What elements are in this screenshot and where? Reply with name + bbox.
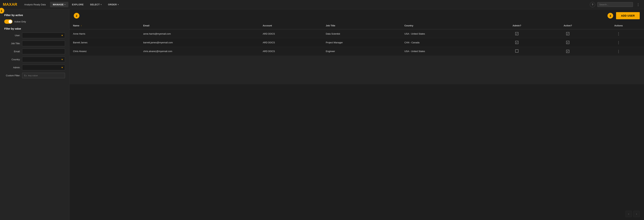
app-title: Analysis Ready Data [24, 3, 46, 6]
active-only-toggle[interactable] [4, 20, 12, 24]
cell-email: chris.alvarez@myemail.com [140, 47, 259, 56]
country-filter-select-wrapper: ▼ [22, 57, 65, 62]
custom-filter-input[interactable] [22, 73, 65, 78]
add-user-button[interactable]: ADD USER [616, 12, 640, 19]
filter-value-title: Filter by value [4, 27, 65, 30]
header-right: ? ⋮ [590, 2, 641, 7]
col-header-name[interactable]: Name ↑ [70, 22, 140, 29]
select-chevron-icon: ▾ [100, 4, 102, 6]
empty-area [70, 56, 644, 84]
logo: MAXAR Analysis Ready Data [3, 2, 46, 8]
col-header-active[interactable]: Active? [542, 22, 593, 29]
sidebar: 1 Filter by active Active Only Filter by… [0, 9, 70, 220]
jobtitle-filter-row: Job Title: [4, 41, 65, 46]
cell-job-title: Project Manager [322, 38, 401, 47]
email-filter-input[interactable] [22, 49, 65, 54]
custom-filter-label: Custom Filter: [4, 74, 20, 77]
main-nav: MANAGE ▾ EXPLORE SELECT ▾ ORDER ▾ [50, 2, 590, 7]
svg-text:MAXAR: MAXAR [3, 2, 17, 7]
col-header-admin[interactable]: Admin? [491, 22, 542, 29]
add-user-label: ADD USER [621, 14, 635, 17]
cell-active [542, 47, 593, 56]
next-page-button[interactable]: › [633, 211, 640, 217]
cell-name: Barrett James [70, 38, 140, 47]
prev-icon: ‹ [628, 212, 629, 215]
cell-name: Chris Alvarez [70, 47, 140, 56]
row-actions-button[interactable]: ⋮ [615, 41, 622, 44]
admin-filter-row: Admin: ▼ [4, 65, 65, 70]
table-row: Barrett James barrett.james@myemail.com … [70, 38, 644, 47]
cell-account: ARD DOCS [259, 29, 322, 38]
nav-manage-label: MANAGE [53, 3, 64, 6]
cell-actions: ⋮ [593, 47, 644, 56]
nav-item-manage[interactable]: MANAGE ▾ [50, 2, 68, 7]
active-checkbox[interactable] [566, 41, 570, 44]
nav-explore-label: EXPLORE [72, 3, 84, 6]
help-button[interactable]: ? [590, 2, 595, 7]
nav-item-select[interactable]: SELECT ▾ [87, 2, 104, 7]
cell-actions: ⋮ [593, 38, 644, 47]
jobtitle-filter-input[interactable] [22, 41, 65, 46]
country-filter-label: Country: [4, 58, 20, 61]
table-body: Anne Harris anne.harris@myemail.com ARD … [70, 29, 644, 56]
col-header-actions: Actions [593, 22, 644, 29]
cell-admin [491, 47, 542, 56]
cell-actions: ⋮ [593, 29, 644, 38]
name-sort-icon: ↑ [81, 24, 82, 27]
admin-checkbox[interactable] [515, 32, 518, 35]
filter-active-title: Filter by active [4, 14, 65, 17]
row-actions-button[interactable]: ⋮ [615, 50, 622, 53]
country-filter-row: Country: ▼ [4, 57, 65, 62]
user-filter-select-wrapper: ▼ [22, 33, 65, 38]
logo-text: MAXAR [3, 2, 22, 8]
prev-page-button[interactable]: ‹ [626, 211, 632, 217]
cell-job-title: Engineer [322, 47, 401, 56]
admin-checkbox[interactable] [515, 49, 518, 53]
admin-checkbox[interactable] [515, 41, 518, 44]
manage-chevron-icon: ▾ [64, 4, 66, 6]
cell-job-title: Data Scientist [322, 29, 401, 38]
nav-order-label: ORDER [108, 3, 117, 6]
cell-active [542, 38, 593, 47]
nav-select-label: SELECT [90, 3, 100, 6]
user-filter-row: User: ▼ [4, 33, 65, 38]
jobtitle-filter-label: Job Title: [4, 42, 20, 45]
nav-item-explore[interactable]: EXPLORE [69, 2, 86, 7]
cell-account: ARD DOCS [259, 38, 322, 47]
next-icon: › [636, 212, 637, 215]
cell-email: anne.harris@myemail.com [140, 29, 259, 38]
table-row: Anne Harris anne.harris@myemail.com ARD … [70, 29, 644, 38]
table-row: Chris Alvarez chris.alvarez@myemail.com … [70, 47, 644, 56]
users-table-container: Name ↑ Email Account Job Title [70, 22, 644, 208]
user-filter-select[interactable] [22, 33, 65, 38]
cell-country: CAN - Canada [401, 38, 491, 47]
header-search-input[interactable] [597, 2, 633, 7]
active-checkbox[interactable] [566, 32, 570, 35]
col-header-job-title[interactable]: Job Title [322, 22, 401, 29]
maxar-logo-svg: MAXAR [3, 2, 22, 7]
col-header-email[interactable]: Email [140, 22, 259, 29]
custom-filter-row: Custom Filter: [4, 73, 65, 78]
col-header-country[interactable]: Country [401, 22, 491, 29]
content-header: 2 3 ADD USER [70, 9, 644, 22]
nav-item-order[interactable]: ORDER ▾ [105, 2, 122, 7]
cell-account: ARD DOCS [259, 47, 322, 56]
users-table: Name ↑ Email Account Job Title [70, 22, 644, 56]
header: MAXAR Analysis Ready Data MANAGE ▾ EXPLO… [0, 0, 644, 9]
admin-filter-select[interactable] [22, 65, 65, 70]
order-chevron-icon: ▾ [118, 4, 119, 6]
main-layout: 1 Filter by active Active Only Filter by… [0, 9, 644, 220]
active-checkbox[interactable] [566, 50, 570, 53]
step2-badge: 2 [74, 13, 80, 19]
col-header-account[interactable]: Account [259, 22, 322, 29]
country-filter-select[interactable] [22, 57, 65, 62]
more-options-icon[interactable]: ⋮ [635, 2, 641, 7]
cell-active [542, 29, 593, 38]
user-filter-label: User: [4, 34, 20, 37]
active-only-label: Active Only [14, 20, 26, 23]
pagination: ‹ › [70, 208, 644, 220]
active-only-toggle-row: Active Only [4, 20, 65, 24]
step3-badge: 3 [608, 13, 613, 19]
cell-country: USA - United States [401, 29, 491, 38]
row-actions-button[interactable]: ⋮ [615, 32, 622, 36]
